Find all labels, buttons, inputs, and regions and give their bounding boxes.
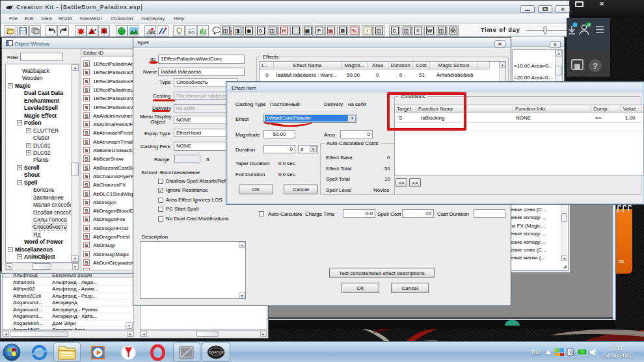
svg-text:SKY: SKY bbox=[188, 31, 195, 34]
svg-text:HK: HK bbox=[150, 31, 155, 34]
svg-text:?: ? bbox=[593, 61, 598, 71]
svg-text:CREATION: CREATION bbox=[209, 351, 224, 354]
